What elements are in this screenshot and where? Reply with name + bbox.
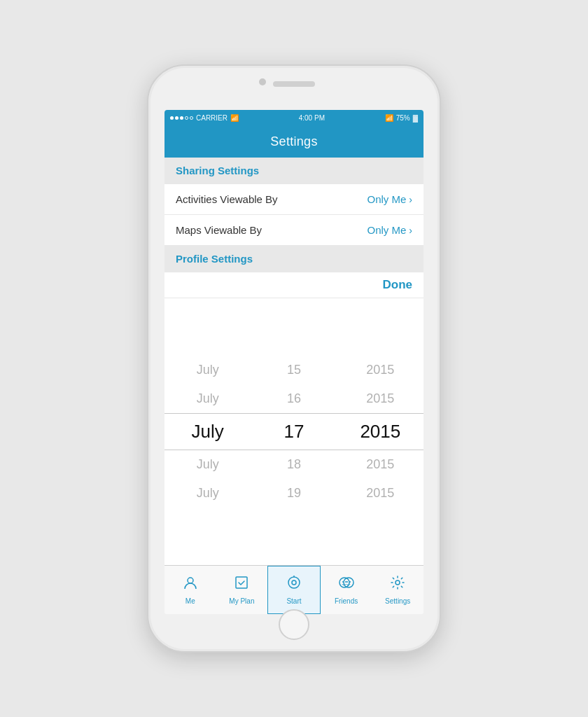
done-button[interactable]: Done — [383, 278, 413, 292]
status-left: CARRIER 📶 — [170, 114, 239, 122]
date-picker-scroll[interactable]: July 15 2015 July 16 2015 July — [164, 298, 424, 565]
svg-point-0 — [188, 578, 193, 583]
date-picker-area: Done July 15 2015 July 16 — [164, 272, 424, 565]
carrier-label: CARRIER — [196, 114, 227, 122]
tab-me-label: Me — [186, 597, 195, 605]
date-row-15: July 15 2015 — [164, 356, 424, 384]
date-day-15: 15 — [251, 363, 337, 377]
tab-start[interactable]: Start — [267, 566, 321, 614]
svg-rect-1 — [236, 577, 247, 588]
date-row-16: July 16 2015 — [164, 384, 424, 413]
signal-dot-4 — [185, 116, 188, 120]
profile-settings-label: Profile Settings — [176, 253, 253, 265]
app-header: Settings — [164, 125, 424, 158]
bluetooth-icon: 📶 — [385, 114, 393, 122]
svg-point-11 — [396, 580, 400, 585]
maps-chevron-icon: › — [409, 225, 412, 236]
start-icon — [286, 575, 302, 594]
date-day-17: 17 — [251, 421, 337, 443]
date-year-18: 2015 — [337, 457, 424, 472]
content-area: Sharing Settings Activities Viewable By … — [164, 158, 424, 565]
battery-label: 75% — [396, 114, 410, 122]
tab-bar: Me My Plan — [164, 565, 424, 614]
svg-point-2 — [288, 577, 300, 588]
me-icon — [183, 575, 198, 594]
date-year-17: 2015 — [337, 421, 424, 443]
activities-row-value: Only Me › — [367, 193, 412, 205]
tab-me[interactable]: Me — [164, 566, 216, 614]
date-picker-rows: July 15 2015 July 16 2015 July — [164, 298, 424, 565]
sharing-settings-header: Sharing Settings — [164, 158, 424, 184]
app-title: Settings — [270, 134, 317, 149]
tab-settings-label: Settings — [385, 597, 410, 605]
date-day-18: 18 — [251, 457, 337, 472]
phone-home-button[interactable] — [279, 609, 309, 640]
maps-row-label: Maps Viewable By — [176, 224, 262, 236]
date-row-19: July 19 2015 — [164, 479, 424, 508]
date-row-18: July 18 2015 — [164, 450, 424, 479]
tab-settings[interactable]: Settings — [372, 566, 424, 614]
phone-screen: CARRIER 📶 4:00 PM 📶 75% ▓ Settings Shari… — [164, 110, 424, 614]
activities-viewable-row[interactable]: Activities Viewable By Only Me › — [164, 184, 424, 215]
date-month-17: July — [164, 421, 251, 443]
date-year-15: 2015 — [337, 363, 424, 377]
activities-row-label: Activities Viewable By — [176, 193, 278, 205]
friends-icon — [338, 575, 355, 594]
status-right: 📶 75% ▓ — [385, 114, 418, 122]
date-month-19: July — [164, 486, 251, 501]
svg-point-3 — [292, 580, 296, 585]
status-bar: CARRIER 📶 4:00 PM 📶 75% ▓ — [164, 110, 424, 125]
date-day-16: 16 — [251, 391, 337, 406]
date-month-18: July — [164, 457, 251, 472]
activities-value-text: Only Me — [367, 193, 406, 205]
date-month-16: July — [164, 391, 251, 406]
signal-dot-1 — [170, 116, 174, 120]
signal-dot-2 — [175, 116, 178, 120]
signal-dot-3 — [180, 116, 183, 120]
wifi-icon: 📶 — [230, 114, 239, 122]
date-year-16: 2015 — [337, 391, 424, 406]
activities-chevron-icon: › — [409, 194, 412, 205]
status-time: 4:00 PM — [299, 114, 325, 122]
date-year-19: 2015 — [337, 486, 424, 501]
date-row-17[interactable]: July 17 2015 — [164, 413, 424, 450]
sharing-settings-label: Sharing Settings — [176, 165, 259, 176]
svg-point-8 — [345, 581, 346, 583]
signal-icon — [170, 116, 193, 120]
tab-friends[interactable]: Friends — [321, 566, 372, 614]
tab-my-plan[interactable]: My Plan — [216, 566, 268, 614]
tab-my-plan-label: My Plan — [229, 597, 254, 605]
date-day-19: 19 — [251, 486, 337, 501]
svg-point-10 — [349, 581, 351, 583]
svg-point-7 — [342, 581, 344, 583]
settings-icon — [390, 575, 405, 594]
phone-camera — [259, 78, 266, 85]
my-plan-icon — [234, 575, 249, 594]
maps-value-text: Only Me — [367, 224, 406, 236]
profile-settings-header: Profile Settings — [164, 246, 424, 272]
tab-start-label: Start — [286, 597, 301, 605]
date-picker-toolbar: Done — [164, 272, 424, 298]
phone-frame: CARRIER 📶 4:00 PM 📶 75% ▓ Settings Shari… — [147, 64, 441, 653]
maps-viewable-row[interactable]: Maps Viewable By Only Me › — [164, 215, 424, 246]
signal-dot-5 — [190, 116, 193, 120]
battery-icon: ▓ — [413, 114, 418, 122]
svg-point-9 — [346, 581, 348, 583]
date-month-15: July — [164, 363, 251, 377]
maps-row-value: Only Me › — [367, 224, 412, 236]
tab-friends-label: Friends — [335, 597, 358, 605]
phone-speaker — [273, 81, 315, 87]
